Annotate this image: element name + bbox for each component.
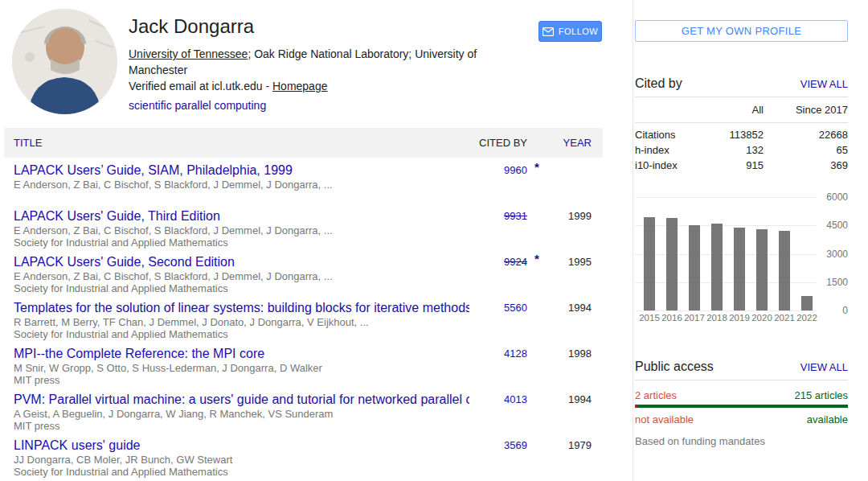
chart-ytick-label: 1500 (824, 277, 848, 288)
chart-ytick-label: 4500 (824, 220, 848, 231)
cited-by-count-link[interactable]: 9960 (504, 164, 527, 176)
stats-col-spacer (635, 104, 711, 116)
publication-title-link[interactable]: LAPACK Users' Guide, Third Edition (14, 208, 469, 224)
profile-photo-image (12, 9, 117, 114)
publication-row: LINPACK users' guideJJ Dongarra, CB Mole… (4, 433, 603, 479)
publication-year: 1994 (547, 300, 592, 316)
chart-plot-area (635, 197, 816, 310)
stats-col-since: Since 2017 (764, 104, 848, 116)
stats-col-all: All (711, 104, 764, 116)
public-access-bar (635, 405, 848, 408)
publication-row: LAPACK Users' Guide, Second EditionE And… (4, 249, 603, 295)
publication-venue: MIT press (14, 420, 469, 432)
publication-title-link[interactable]: LAPACK Users' Guide, Second Edition (14, 254, 469, 270)
header-year[interactable]: YEAR (547, 137, 592, 149)
header-title[interactable]: TITLE (4, 137, 469, 149)
chart-gridline (635, 197, 816, 198)
chart-bar-2019[interactable] (734, 228, 745, 310)
publication-title-link[interactable]: LINPACK users' guide (14, 438, 469, 454)
publication-main: LINPACK users' guideJJ Dongarra, CB Mole… (4, 438, 469, 478)
stat-value-since: 65 (764, 142, 848, 158)
stat-label: h-index (635, 142, 711, 158)
cited-by-count-link[interactable]: 4013 (504, 393, 527, 405)
public-access-title: Public access (635, 360, 714, 374)
cited-by-count: 9960 (469, 162, 527, 179)
publication-row: PVM: Parallel virtual machine: a users' … (4, 387, 603, 433)
profile-photo (12, 9, 117, 114)
publication-authors: R Barrett, M Berry, TF Chan, J Demmel, J… (14, 316, 469, 328)
publications-list: LAPACK Users’ Guide, SIAM, Philadelphia,… (4, 158, 603, 479)
scholar-profile-page: Jack Dongarra University of Tennessee; O… (0, 0, 868, 481)
stat-row-citations: Citations 113852 22668 (635, 127, 848, 142)
publication-year: 1979 (547, 438, 592, 454)
publication-authors: JJ Dongarra, CB Moler, JR Bunch, GW Stew… (14, 454, 469, 466)
publication-year: 1995 (547, 254, 592, 270)
cited-by-count-link[interactable]: 5560 (504, 302, 527, 314)
chart-bar-2021[interactable] (779, 231, 790, 310)
publication-title-link[interactable]: LAPACK Users’ Guide, SIAM, Philadelphia,… (14, 162, 469, 179)
public-access-view-all[interactable]: VIEW ALL (800, 361, 848, 373)
follow-button-label: FOLLOW (559, 27, 598, 36)
chart-bar-2020[interactable] (756, 229, 768, 310)
cited-by-count: 5560 (469, 300, 527, 316)
publication-venue (14, 191, 469, 203)
cited-by-view-all[interactable]: VIEW ALL (800, 78, 848, 90)
cited-by-title: Cited by (635, 76, 682, 91)
cited-by-count-link[interactable]: 9924 (504, 256, 527, 268)
chart-gridline (635, 225, 816, 226)
sidebar: GET MY OWN PROFILE Cited by VIEW ALL All… (635, 0, 849, 481)
not-available-count: 2 articles (635, 389, 677, 401)
divider (635, 97, 848, 97)
publication-title-link[interactable]: MPI--the Complete Reference: the MPI cor… (14, 346, 469, 362)
stat-row-h-index: h-index 132 65 (635, 142, 848, 158)
chart-bar-2017[interactable] (689, 225, 700, 310)
chart-bar-2016[interactable] (666, 218, 678, 310)
chart-bar-2018[interactable] (711, 224, 723, 310)
verified-email: Verified email at icl.utk.edu - Homepage (129, 78, 530, 94)
publication-year: 1998 (547, 346, 592, 362)
publication-title-link[interactable]: PVM: Parallel virtual machine: a users' … (14, 392, 469, 408)
publication-authors: E Anderson, Z Bai, C Bischof, S Blackfor… (14, 179, 469, 191)
publication-year: 1999 (547, 208, 592, 224)
publication-year: 1994 (547, 392, 592, 408)
cited-by-count-link[interactable]: 9931 (504, 210, 527, 222)
publications-table-header: TITLE CITED BY YEAR (4, 128, 603, 158)
cited-by-count-link[interactable]: 3569 (504, 439, 527, 451)
publication-row: MPI--the Complete Reference: the MPI cor… (4, 341, 603, 387)
cited-by-count: 9924 (469, 254, 527, 270)
publication-authors: M Snir, W Gropp, S Otto, S Huss-Lederman… (14, 362, 469, 374)
divider (635, 380, 848, 380)
merged-article-star: * (527, 252, 547, 265)
cited-by-count-link[interactable]: 4128 (504, 347, 527, 360)
publication-venue: Society for Industrial and Applied Mathe… (14, 282, 469, 294)
available-count: 215 articles (795, 389, 848, 401)
chart-bar-2022[interactable] (801, 296, 813, 310)
publication-title-link[interactable]: Templates for the solution of linear sys… (14, 300, 469, 316)
stat-value-all: 132 (711, 142, 764, 158)
chart-gridline (635, 310, 816, 311)
follow-button[interactable]: FOLLOW (538, 21, 602, 42)
public-access-header: Public access VIEW ALL (635, 360, 848, 374)
publication-row: LAPACK Users' Guide, Third EditionE Ande… (4, 204, 603, 249)
main-column: Jack Dongarra University of Tennessee; O… (0, 0, 611, 481)
affiliation: University of Tennessee; Oak Ridge Natio… (129, 46, 530, 78)
citations-per-year-chart: 0150030004500600020152016201720182019202… (635, 197, 848, 326)
chart-ytick-label: 3000 (824, 249, 848, 260)
get-my-own-profile-button[interactable]: GET MY OWN PROFILE (635, 20, 848, 42)
profile-info: Jack Dongarra University of Tennessee; O… (129, 14, 530, 113)
publication-main: LAPACK Users' Guide, Third EditionE Ande… (4, 208, 469, 249)
publication-authors: E Anderson, Z Bai, C Bischof, S Blackfor… (14, 224, 469, 236)
interest-link[interactable]: scientific parallel computing (129, 97, 530, 113)
cited-by-count: 4128 (469, 346, 527, 362)
chart-bar-2015[interactable] (644, 217, 655, 310)
affiliation-link[interactable]: University of Tennessee (129, 47, 248, 60)
stats-column-headers: All Since 2017 (635, 104, 848, 116)
divider (635, 122, 848, 123)
stat-label: i10-index (635, 158, 711, 173)
header-cited-by[interactable]: CITED BY (469, 137, 527, 149)
cited-by-header: Cited by VIEW ALL (635, 76, 848, 91)
publication-main: Templates for the solution of linear sys… (4, 300, 469, 340)
chart-ytick-label: 6000 (824, 191, 848, 203)
cited-by-count: 3569 (469, 438, 527, 454)
homepage-link[interactable]: Homepage (272, 80, 328, 92)
